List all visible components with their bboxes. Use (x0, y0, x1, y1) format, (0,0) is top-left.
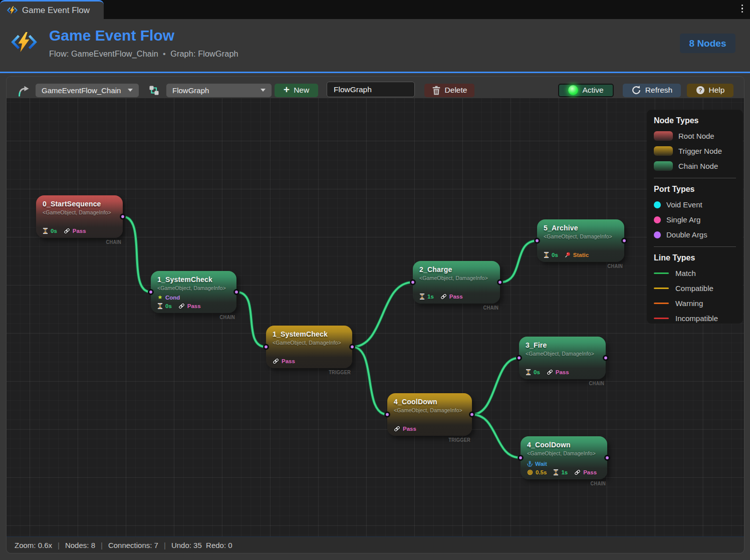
svg-text:?: ? (698, 87, 702, 93)
